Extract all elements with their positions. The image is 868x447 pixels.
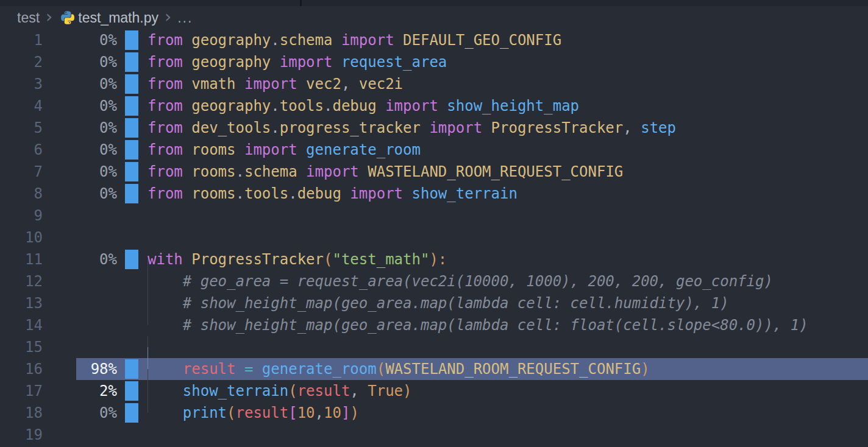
token-gold: ( (324, 251, 332, 268)
gutter-slot (125, 270, 138, 292)
breadcrumb-symbol-more[interactable]: ... (177, 10, 193, 26)
token-gold: : (438, 251, 447, 268)
code-line[interactable]: 30%from vmath import vec2, vec2i (0, 73, 868, 95)
line-number[interactable]: 19 (0, 424, 43, 446)
line-number[interactable]: 12 (0, 270, 43, 292)
line-number[interactable]: 7 (0, 161, 43, 183)
code-line[interactable]: 60%from rooms import generate_room (0, 139, 868, 161)
code-line[interactable]: 12 # geo_area = request_area(vec2i(10000… (0, 270, 868, 292)
breadcrumb-folder[interactable]: test (17, 10, 40, 26)
gutter-slot (125, 424, 138, 446)
line-number[interactable]: 18 (0, 402, 43, 424)
token-gold: ( (227, 404, 235, 421)
gutter-slot (125, 117, 138, 139)
code-line[interactable]: 110%with ProgressTracker("test_math"): (0, 248, 868, 270)
token-mod: debug (332, 97, 376, 114)
code-line[interactable]: 20%from geography import request_area (0, 51, 868, 73)
code-text[interactable]: show_terrain(result, True) (148, 380, 868, 402)
token-mod: progress_tracker (280, 119, 421, 136)
gutter-slot (125, 314, 138, 336)
code-line[interactable]: 13 # show_height_map(geo_area.map(lambda… (0, 292, 868, 314)
token-pun: , (350, 382, 358, 399)
coverage-block (125, 140, 138, 160)
code-line[interactable]: 80%from rooms.tools.debug import show_te… (0, 183, 868, 205)
code-line[interactable]: 19 (0, 424, 868, 446)
token-pun: , (315, 404, 324, 421)
profile-percent: 98% (43, 358, 117, 380)
token-gold: ) (350, 404, 358, 421)
code-text[interactable]: with ProgressTracker("test_math"): (148, 248, 868, 270)
code-text[interactable]: result = generate_room(WASTELAND_ROOM_RE… (148, 358, 868, 380)
line-number[interactable]: 14 (0, 314, 43, 336)
code-line[interactable]: 10%from geography.schema import DEFAULT_… (0, 29, 868, 51)
code-text[interactable]: # show_height_map(geo_area.map(lambda ce… (148, 314, 868, 336)
code-text[interactable]: from rooms import generate_room (148, 139, 868, 161)
code-area[interactable]: 10%from geography.schema import DEFAULT_… (0, 29, 868, 446)
code-text[interactable]: print(result[10,10]) (148, 402, 868, 424)
code-text[interactable]: # geo_area = request_area(vec2i(10000, 1… (148, 270, 868, 292)
token-mod: rooms (191, 141, 235, 158)
coverage-block (125, 52, 138, 72)
code-text[interactable]: from geography.tools.debug import show_h… (148, 95, 868, 117)
token-txt (359, 382, 368, 399)
line-number[interactable]: 4 (0, 95, 43, 117)
token-mod: tools (244, 185, 288, 202)
code-line[interactable]: 9 (0, 205, 868, 227)
profile-percent: 0% (43, 51, 117, 73)
token-gold: ) (429, 251, 438, 268)
code-text[interactable]: from rooms.schema import WASTELAND_ROOM_… (148, 161, 868, 183)
code-text[interactable]: from vmath import vec2, vec2i (148, 73, 868, 95)
code-line[interactable]: 1698% result = generate_room(WASTELAND_R… (0, 358, 868, 380)
token-gold: ( (377, 361, 385, 378)
line-number[interactable]: 13 (0, 292, 43, 314)
token-txt (632, 119, 641, 136)
code-line[interactable]: 14 # show_height_map(geo_area.map(lambda… (0, 314, 868, 336)
profile-percent: 0% (43, 248, 117, 270)
line-number[interactable]: 11 (0, 248, 43, 270)
token-num: 10 (324, 404, 341, 421)
line-number[interactable]: 17 (0, 380, 43, 402)
line-number[interactable]: 3 (0, 73, 43, 95)
code-line[interactable]: 70%from rooms.schema import WASTELAND_RO… (0, 161, 868, 183)
coverage-block (125, 96, 138, 116)
token-mod: DEFAULT_GEO_CONFIG (403, 32, 561, 49)
code-line[interactable]: 180% print(result[10,10]) (0, 402, 868, 424)
code-text[interactable]: from geography.schema import DEFAULT_GEO… (148, 29, 868, 51)
coverage-block (125, 403, 138, 423)
line-number[interactable]: 9 (0, 205, 43, 227)
line-number[interactable]: 10 (0, 227, 43, 248)
code-line[interactable]: 40%from geography.tools.debug import sho… (0, 95, 868, 117)
token-mod: dev_tools (191, 119, 271, 136)
profile-percent: 0% (43, 161, 117, 183)
token-gold: ) (641, 361, 649, 378)
token-mod: WASTELAND_ROOM_REQUEST_CONFIG (368, 163, 623, 180)
code-text[interactable]: from geography import request_area (148, 51, 868, 73)
code-line[interactable]: 10 (0, 227, 868, 248)
code-text[interactable]: from rooms.tools.debug import show_terra… (148, 183, 868, 205)
line-number[interactable]: 6 (0, 139, 43, 161)
code-text[interactable]: # show_height_map(geo_area.map(lambda ce… (148, 292, 868, 314)
breadcrumb-file[interactable]: test_math.py (78, 10, 158, 26)
line-number[interactable]: 16 (0, 358, 43, 380)
token-var: result (183, 361, 236, 378)
gutter-slot (125, 139, 138, 161)
indent-guide (148, 347, 148, 369)
token-pun: . (271, 119, 279, 136)
gutter-slot (125, 95, 138, 117)
indent-guide (148, 391, 148, 413)
code-line[interactable]: 50%from dev_tools.progress_tracker impor… (0, 117, 868, 139)
line-number[interactable]: 5 (0, 117, 43, 139)
line-number[interactable]: 8 (0, 183, 43, 205)
line-number[interactable]: 1 (0, 29, 43, 51)
coverage-block (125, 162, 138, 181)
gutter-slot (125, 227, 138, 248)
token-key: from (148, 97, 191, 114)
line-number[interactable]: 15 (0, 336, 43, 358)
code-line[interactable]: 172% show_terrain(result, True) (0, 380, 868, 402)
code-text[interactable]: from dev_tools.progress_tracker import P… (148, 117, 868, 139)
token-mod: ProgressTracker (491, 119, 624, 136)
profile-percent: 0% (43, 117, 117, 139)
line-number[interactable]: 2 (0, 51, 43, 73)
token-mod: ProgressTracker (191, 251, 324, 268)
code-line[interactable]: 15 (0, 336, 868, 358)
